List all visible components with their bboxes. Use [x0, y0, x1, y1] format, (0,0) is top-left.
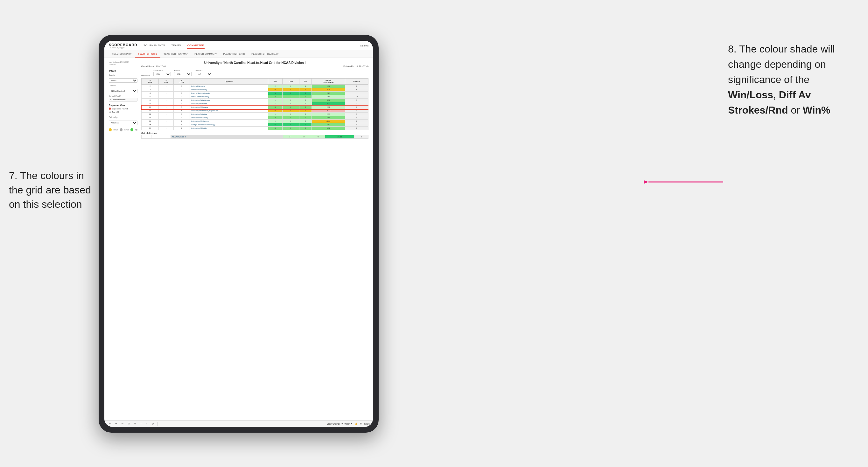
cell-tie: 0	[299, 116, 311, 120]
cell-opponent: University of Arkansas, Fayetteville	[190, 109, 268, 113]
undo-button[interactable]: ↩	[107, 422, 112, 426]
logo-area: SCOREBOARD Powered by clippd	[109, 43, 137, 49]
cell-rank: 9	[142, 102, 159, 105]
region-select[interactable]: (All)	[174, 72, 191, 76]
radio-unselected-icon	[109, 111, 111, 113]
cell-tie: 1	[299, 85, 311, 88]
cell-loss: 0	[282, 105, 299, 109]
legend-level-dot	[120, 128, 123, 131]
cell-reg: -	[159, 105, 174, 109]
cell-win: 3	[268, 105, 282, 109]
cell-rounds: 9	[345, 85, 368, 88]
tab-team-summary[interactable]: TEAM SUMMARY	[109, 51, 135, 58]
cell-win: 1	[268, 102, 282, 105]
cell-reg: -	[159, 109, 174, 113]
cell-opponent: University of Alabama	[190, 105, 268, 109]
tab-team-h2h-grid[interactable]: TEAM H2H GRID	[135, 51, 160, 58]
legend-row: Down Level Up	[109, 128, 137, 131]
cell-win: 2	[268, 85, 282, 88]
cell-tie: 0	[299, 120, 311, 123]
sign-out-link[interactable]: Sign out	[357, 44, 368, 47]
crop-button[interactable]: ⊡	[127, 422, 131, 426]
cell-win: 5	[268, 92, 282, 95]
division-select[interactable]: NCAA Division I	[109, 89, 137, 93]
tab-player-h2h-heatmap[interactable]: PLAYER H2H HEATMAP	[248, 51, 282, 58]
cell-reg: -	[159, 92, 174, 95]
tab-player-summary[interactable]: PLAYER SUMMARY	[191, 51, 220, 58]
cell-opponent: University of Arizona	[190, 102, 268, 105]
table-row: 8 - 2 University of Washington 1 0 0 3.6…	[142, 99, 368, 102]
share-icon[interactable]: ⊞	[360, 423, 362, 425]
cell-tie: 0	[299, 88, 311, 92]
cell-diff: -2.29	[312, 88, 345, 92]
cell-rounds: 12	[345, 95, 368, 99]
table-row: 15 - 4 Georgia Institute of Technology 5…	[142, 123, 368, 127]
view-label: View: Original	[327, 423, 340, 425]
cell-conf: 1	[174, 92, 190, 95]
tablet-frame: SCOREBOARD Powered by clippd TOURNAMENTS…	[99, 35, 379, 433]
cell-diff: 1.67	[312, 85, 345, 88]
cell-conf: 5	[174, 105, 190, 109]
radio-selected-icon	[109, 107, 111, 110]
share-button[interactable]: Share	[364, 423, 370, 425]
table-row: 10 - 5 University of Alabama 3 0 0 2.61 …	[142, 105, 368, 109]
cell-rank: 8	[142, 99, 159, 102]
table-row: 4 - 1 Arizona State University 5 1 0 2.2…	[142, 92, 368, 95]
arrow-right-icon	[644, 177, 726, 188]
redo-button[interactable]: ↪	[114, 422, 118, 426]
cell-tie: 0	[299, 92, 311, 95]
cell-opponent: University of Washington	[190, 99, 268, 102]
cell-loss: 0	[282, 113, 299, 116]
cell-diff: 26.00	[325, 135, 354, 139]
cell-loss: 0	[282, 116, 299, 120]
cell-rank: 11	[142, 109, 159, 113]
cell-tie: 0	[299, 105, 311, 109]
school-value: 1. University of Nort...	[109, 98, 137, 101]
table-row: 9 - 1 University of Arizona 1 0 0 9.00 2	[142, 102, 368, 105]
cell-rounds: 8	[345, 88, 368, 92]
col-loss: Loss	[282, 79, 299, 85]
plus-button[interactable]: +	[145, 422, 149, 426]
cell-loss: 0	[297, 135, 311, 139]
cell-diff: 2.61	[312, 105, 345, 109]
cell-conf: 4	[174, 123, 190, 127]
copy-button[interactable]: ⧉	[133, 422, 137, 426]
cell-diff: 2.33	[312, 113, 345, 116]
minus-button[interactable]: −	[139, 422, 143, 426]
watch-button[interactable]: 👁 Watch ▾	[341, 423, 352, 425]
col-opponent: Opponent	[190, 79, 268, 85]
legend-down-label: Down	[114, 129, 118, 131]
cell-rank: 10	[142, 105, 159, 109]
nav-teams[interactable]: TEAMS	[171, 43, 182, 49]
opponent-select[interactable]: (All)	[195, 72, 212, 76]
nav-committee[interactable]: COMMITTEE	[187, 43, 205, 49]
gender-select[interactable]: Men's	[109, 78, 137, 83]
cell-diff: 9.00	[312, 102, 345, 105]
cell-conf: 1	[174, 85, 190, 88]
tab-team-h2h-heatmap[interactable]: TEAM H2H HEATMAP	[160, 51, 191, 58]
main-content: Last Updated: 27/03/2024 16:55:38 Team G…	[104, 58, 373, 420]
cell-conf: 2	[174, 88, 190, 92]
thumbs-button[interactable]: 👍	[355, 423, 357, 425]
sub-nav: TEAM SUMMARY TEAM H2H GRID TEAM H2H HEAT…	[104, 51, 373, 58]
cell-loss: 1	[282, 109, 299, 113]
nav-tournaments[interactable]: TOURNAMENTS	[143, 43, 165, 49]
col-win: Win	[268, 79, 282, 85]
radio-opponents-played[interactable]: Opponents Played	[109, 107, 137, 110]
tab-player-h2h-grid[interactable]: PLAYER H2H GRID	[220, 51, 248, 58]
conference-select[interactable]: (All)	[153, 72, 171, 76]
table-header-row: #Rank #Reg #Conf Opponent Win Loss Tie D…	[142, 79, 368, 85]
col-rank: #Rank	[142, 79, 159, 85]
cell-conf: 6	[174, 109, 190, 113]
cell-rank: 2	[142, 85, 159, 88]
cell-opponent: NCAA Division II	[171, 135, 283, 139]
radio-top100[interactable]: Top 100	[109, 111, 137, 113]
table-row: NCAA Division II 1 0 0 26.00 3	[142, 135, 368, 139]
left-panel: Last Updated: 27/03/2024 16:55:38 Team G…	[109, 61, 137, 417]
cell-rounds: 3	[345, 113, 368, 116]
opponent-filter-group: Opponent (All)	[195, 69, 212, 76]
colour-by-select[interactable]: Win/loss	[109, 121, 137, 125]
forward-button[interactable]: ↪	[120, 422, 125, 426]
tablet-screen: SCOREBOARD Powered by clippd TOURNAMENTS…	[104, 41, 373, 427]
clock-button[interactable]: ⏱	[151, 422, 155, 426]
